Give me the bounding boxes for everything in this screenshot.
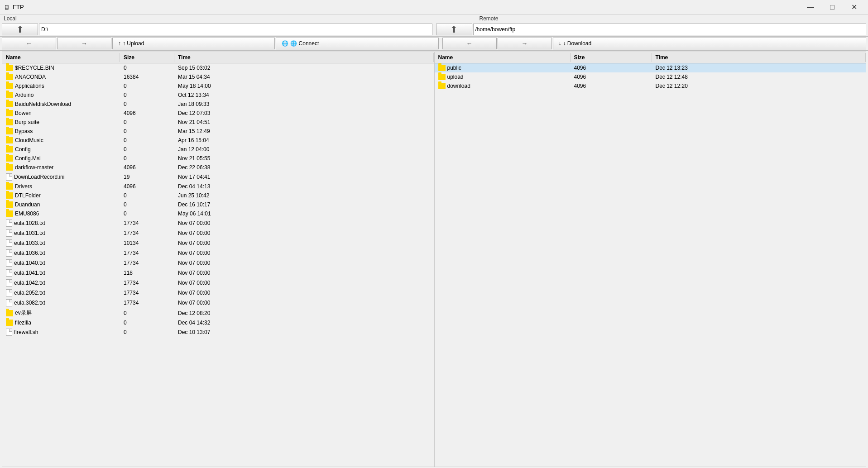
local-name-header[interactable]: Name: [2, 53, 120, 62]
table-row[interactable]: eula.1033.txt 10134 Nov 07 00:00: [2, 238, 434, 248]
file-name: Bypass: [15, 128, 33, 134]
file-name: download: [447, 83, 470, 89]
table-row[interactable]: eula.1031.txt 17734 Nov 07 00:00: [2, 228, 434, 238]
connect-icon: 🌐: [282, 40, 288, 47]
table-row[interactable]: eula.1041.txt 118 Nov 07 00:00: [2, 268, 434, 278]
file-icon: [6, 229, 12, 237]
file-size: 4096: [571, 73, 652, 81]
table-row[interactable]: ev录屏 0 Dec 12 08:20: [2, 308, 434, 318]
file-name-cell: eula.1042.txt: [2, 278, 120, 287]
file-name-cell: CloudMusic: [2, 136, 120, 144]
file-name-cell: firewall.sh: [2, 328, 120, 337]
remote-file-header: Name Size Time: [435, 52, 866, 63]
remote-name-header[interactable]: Name: [435, 53, 571, 62]
table-row[interactable]: Drivers 4096 Dec 04 14:13: [2, 182, 434, 191]
file-name: BaiduNetdiskDownload: [15, 101, 71, 107]
file-name-cell: eula.1033.txt: [2, 239, 120, 248]
table-row[interactable]: Applications 0 May 18 14:00: [2, 81, 434, 91]
local-forward-button[interactable]: →: [57, 38, 111, 49]
maximize-button[interactable]: □: [822, 0, 843, 14]
local-back-button[interactable]: ←: [2, 38, 56, 49]
upload-button[interactable]: ↑ ↑ Upload: [112, 38, 275, 49]
table-row[interactable]: upload 4096 Dec 12 12:48: [435, 72, 866, 81]
table-row[interactable]: DownLoadRecord.ini 19 Nov 17 04:41: [2, 172, 434, 182]
file-name: $RECYCLE.BIN: [15, 65, 54, 71]
table-row[interactable]: download 4096 Dec 12 12:20: [435, 81, 866, 91]
file-size: 19: [120, 173, 174, 181]
remote-forward-button[interactable]: →: [498, 38, 552, 49]
upload-icon: ↑: [118, 40, 121, 47]
remote-time-header[interactable]: Time: [652, 53, 866, 62]
download-icon: ↓: [559, 40, 561, 47]
file-time: Jan 18 09:33: [174, 100, 434, 108]
table-row[interactable]: eula.1028.txt 17734 Nov 07 00:00: [2, 218, 434, 228]
file-size: 4096: [571, 82, 652, 90]
table-row[interactable]: Bypass 0 Mar 15 12:49: [2, 127, 434, 136]
folder-icon: [438, 74, 446, 80]
file-name: filezilla: [15, 320, 31, 326]
table-row[interactable]: $RECYCLE.BIN 0 Sep 15 03:02: [2, 63, 434, 72]
table-row[interactable]: ANACONDA 16384 Mar 15 04:34: [2, 72, 434, 81]
file-icon: [6, 220, 12, 227]
file-time: May 18 14:00: [174, 82, 434, 90]
file-size: 16384: [120, 73, 174, 81]
file-time: Nov 07 00:00: [174, 239, 434, 247]
file-name-cell: Burp suite: [2, 118, 120, 126]
table-row[interactable]: Bowen 4096 Dec 12 07:03: [2, 109, 434, 118]
file-name: Drivers: [15, 183, 32, 190]
table-row[interactable]: firewall.sh 0 Dec 10 13:07: [2, 327, 434, 337]
remote-file-list[interactable]: public 4096 Dec 12 13:23 upload 4096 Dec…: [435, 63, 866, 467]
local-path-input[interactable]: [39, 24, 432, 35]
file-icon: [6, 299, 12, 306]
file-name-cell: Config: [2, 145, 120, 153]
table-row[interactable]: Duanduan 0 Dec 16 10:17: [2, 200, 434, 209]
table-row[interactable]: eula.3082.txt 17734 Nov 07 00:00: [2, 298, 434, 308]
file-time: Nov 07 00:00: [174, 279, 434, 287]
file-name: eula.1041.txt: [14, 270, 45, 276]
table-row[interactable]: eula.1040.txt 17734 Nov 07 00:00: [2, 258, 434, 268]
table-row[interactable]: filezilla 0 Dec 04 14:32: [2, 318, 434, 327]
folder-icon: [6, 92, 13, 98]
folder-icon: [6, 320, 13, 326]
connect-button[interactable]: 🌐 🌐 Connect: [276, 38, 438, 49]
remote-up-button[interactable]: ⬆: [436, 24, 472, 35]
file-time: Dec 04 14:32: [174, 319, 434, 327]
local-time-header[interactable]: Time: [174, 53, 434, 62]
file-size: 4096: [120, 182, 174, 191]
table-row[interactable]: DTLFolder 0 Jun 25 10:42: [2, 191, 434, 200]
file-size: 118: [120, 269, 174, 277]
table-row[interactable]: eula.2052.txt 17734 Nov 07 00:00: [2, 288, 434, 298]
file-name: Config.Msi: [15, 155, 41, 162]
table-row[interactable]: darkflow-master 4096 Dec 22 06:38: [2, 163, 434, 172]
close-button[interactable]: ✕: [844, 0, 864, 14]
table-row[interactable]: Arduino 0 Oct 12 13:34: [2, 91, 434, 100]
table-row[interactable]: Config 0 Jan 12 04:00: [2, 145, 434, 154]
file-size: 0: [120, 91, 174, 99]
table-row[interactable]: CloudMusic 0 Apr 16 15:04: [2, 136, 434, 145]
remote-back-button[interactable]: ←: [442, 38, 497, 49]
remote-size-header[interactable]: Size: [571, 53, 652, 62]
file-name: Applications: [15, 83, 44, 89]
minimize-button[interactable]: —: [800, 0, 821, 14]
actions-row: ← → ↑ ↑ Upload 🌐 🌐 Connect ← → ↓ ↓ Downl…: [0, 37, 868, 51]
table-row[interactable]: BaiduNetdiskDownload 0 Jan 18 09:33: [2, 100, 434, 109]
local-up-button[interactable]: ⬆: [2, 24, 38, 35]
table-row[interactable]: eula.1042.txt 17734 Nov 07 00:00: [2, 278, 434, 288]
app-window: 🖥 FTP — □ ✕ Local Remote ⬆ ⬆: [0, 0, 868, 468]
file-time: Nov 07 00:00: [174, 219, 434, 227]
file-time: Nov 07 00:00: [174, 269, 434, 277]
file-name-cell: DTLFolder: [2, 191, 120, 200]
local-size-header[interactable]: Size: [120, 53, 174, 62]
table-row[interactable]: EMU8086 0 May 06 14:01: [2, 209, 434, 218]
table-row[interactable]: public 4096 Dec 12 13:23: [435, 63, 866, 72]
remote-path-input[interactable]: [473, 24, 867, 35]
file-name-cell: eula.1028.txt: [2, 219, 120, 228]
table-row[interactable]: eula.1036.txt 17734 Nov 07 00:00: [2, 248, 434, 258]
local-file-list[interactable]: $RECYCLE.BIN 0 Sep 15 03:02 ANACONDA 163…: [2, 63, 434, 467]
connect-label: 🌐 Connect: [290, 40, 319, 47]
table-row[interactable]: Config.Msi 0 Nov 21 05:55: [2, 154, 434, 163]
table-row[interactable]: Burp suite 0 Nov 21 04:51: [2, 118, 434, 127]
file-size: 17734: [120, 299, 174, 307]
file-icon: [6, 173, 12, 181]
download-button[interactable]: ↓ ↓ Download: [553, 38, 867, 49]
